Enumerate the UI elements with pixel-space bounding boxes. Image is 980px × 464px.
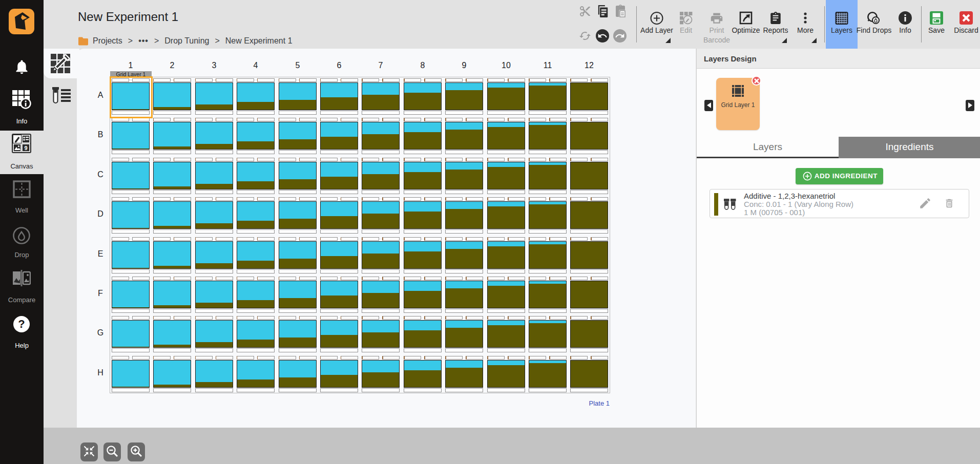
svg-text:9: 9 (24, 145, 27, 151)
